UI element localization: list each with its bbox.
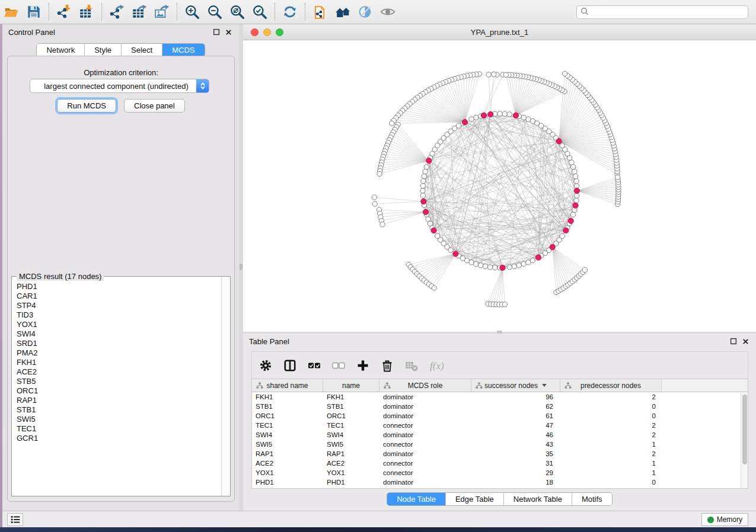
mcds-result-item[interactable]: FKH1 [17,358,221,367]
table-cell[interactable]: 1 [560,440,662,449]
table-cell[interactable]: dominator [379,402,471,411]
table-cell[interactable]: 29 [471,468,560,477]
float-panel-icon[interactable] [729,337,738,346]
table-cell[interactable]: connector [379,440,471,449]
table-cell[interactable]: ACE2 [323,459,379,468]
column-header-MCDS-role[interactable]: MCDS role [379,379,471,392]
graph-dominator-node[interactable] [488,111,493,117]
table-row[interactable]: SWI4SWI4dominator462 [252,430,748,440]
search-input[interactable] [589,8,748,17]
graph-node[interactable] [469,260,474,265]
graph-dominator-node[interactable] [550,245,555,250]
graph-node[interactable] [474,261,479,266]
table-cell[interactable]: 61 [471,411,560,421]
zoom-in-button[interactable] [182,2,202,21]
hide-preview-button[interactable] [378,2,398,21]
task-history-button[interactable] [7,513,23,526]
graph-node[interactable] [492,72,496,76]
column-header-successor-nodes[interactable]: successor nodes [471,379,560,392]
zoom-fit-button[interactable] [227,2,247,21]
mcds-result-item[interactable]: PHD1 [17,282,221,291]
graph-dominator-node[interactable] [481,113,486,118]
mcds-result-item[interactable]: ACE2 [17,367,221,377]
graph-node[interactable] [570,165,575,169]
table-cell[interactable]: dominator [379,477,471,487]
table-row[interactable]: ACE2ACE2connector311 [252,459,748,468]
column-header-predecessor-nodes[interactable]: predecessor nodes [560,379,662,392]
graph-node[interactable] [574,198,579,203]
table-cell[interactable]: PHD1 [252,477,323,487]
mcds-result-item[interactable]: GCR1 [17,434,221,443]
export-network-button[interactable] [107,2,127,21]
unselect-all-columns-button[interactable] [331,358,346,373]
mcds-result-item[interactable]: SWI5 [17,415,221,424]
graph-node[interactable] [572,169,577,174]
graph-node[interactable] [521,115,526,120]
float-panel-icon[interactable] [212,28,221,37]
mcds-result-list[interactable]: PHD1CAR1STP4TID3YOX1SWI4SRD1PMA2FKH1ACE2… [12,278,221,496]
refresh-view-button[interactable] [280,2,300,21]
graph-node[interactable] [526,117,531,121]
optimization-dropdown[interactable]: largest connected component (undirected) [30,79,209,93]
table-cell[interactable]: 46 [471,430,560,440]
table-cell[interactable]: 35 [471,449,560,459]
close-panel-icon[interactable] [741,337,750,346]
table-cell[interactable]: SWI5 [323,440,379,449]
table-row[interactable]: PHD1PHD1dominator180 [252,477,748,487]
graph-dominator-node[interactable] [431,227,436,233]
vizmapper-button[interactable] [355,2,375,21]
table-cell[interactable]: 18 [471,477,560,487]
run-mcds-button[interactable]: Run MCDS [57,99,116,113]
table-cell[interactable]: 43 [471,440,560,449]
graph-node[interactable] [479,263,483,268]
mcds-result-item[interactable]: STB1 [17,405,221,415]
table-cell[interactable]: 2 [560,421,662,430]
graph-node[interactable] [474,115,479,120]
table-cell[interactable]: 1 [560,459,662,468]
table-cell[interactable]: TEC1 [323,421,379,430]
import-network-button[interactable] [54,2,74,21]
export-image-button[interactable] [152,2,172,21]
clone-network-button[interactable] [310,2,330,21]
table-cell[interactable]: ORC1 [252,411,323,421]
graph-node[interactable] [493,265,497,270]
graph-dominator-node[interactable] [423,209,428,214]
graph-dominator-node[interactable] [513,113,518,118]
graph-dominator-node[interactable] [563,227,569,233]
table-row[interactable]: TEC1TEC1connector472 [252,421,748,430]
graph-node[interactable] [573,174,578,178]
table-scrollbar[interactable] [741,393,748,488]
export-table-button[interactable] [129,2,149,21]
table-cell[interactable]: 2 [560,449,662,459]
mcds-result-item[interactable]: SWI4 [17,329,221,339]
graph-dominator-node[interactable] [453,251,458,257]
table-cell[interactable]: PHD1 [323,477,379,487]
column-header-shared-name[interactable]: shared name [252,379,323,392]
mcds-result-item[interactable]: STP4 [17,301,221,310]
table-row[interactable]: ORC1ORC1dominator610 [252,411,748,421]
save-session-button[interactable] [24,2,44,21]
table-cell[interactable]: 0 [560,477,662,487]
scrollbar-thumb[interactable] [742,395,747,464]
table-settings-button[interactable] [259,358,273,373]
table-cell[interactable]: SWI4 [252,430,323,440]
graph-dominator-node[interactable] [574,188,579,193]
graph-node[interactable] [562,71,567,76]
graph-node[interactable] [432,286,436,290]
graph-dominator-node[interactable] [573,203,578,208]
column-header-name[interactable]: name [323,379,379,392]
table-row[interactable]: RAP1RAP1dominator352 [252,449,748,459]
graph-node[interactable] [502,302,507,307]
graph-node[interactable] [390,121,394,126]
table-cell[interactable]: STB1 [252,402,323,411]
create-column-button[interactable] [356,358,370,373]
network-graph[interactable] [243,40,756,332]
table-cell[interactable]: FKH1 [323,392,379,402]
table-cell[interactable]: FKH1 [252,392,323,402]
delete-columns-button[interactable] [380,358,394,373]
zoom-out-button[interactable] [205,2,225,21]
graph-node[interactable] [469,117,474,121]
table-cell[interactable]: dominator [379,392,471,402]
mcds-result-item[interactable]: TEC1 [17,424,221,434]
table-row[interactable]: SWI5SWI5connector431 [252,440,748,449]
